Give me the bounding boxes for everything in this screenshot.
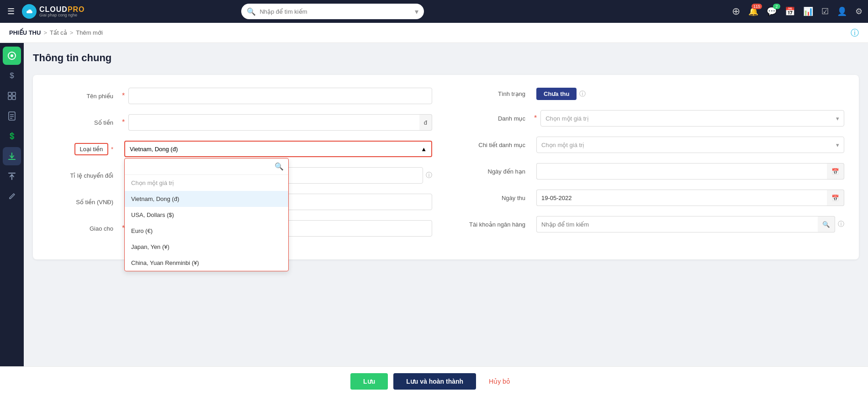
- ngay-den-han-calendar-btn[interactable]: 📅: [827, 163, 844, 180]
- tai-khoan-row: Tài khoản ngân hàng 🔍 ⓘ: [460, 216, 844, 232]
- calendar-icon[interactable]: 📅: [785, 6, 795, 16]
- save-complete-button[interactable]: Lưu và hoàn thành: [393, 373, 476, 390]
- dropdown-arrow-icon: ▾: [415, 7, 418, 16]
- sidebar-item-grid[interactable]: [3, 87, 21, 105]
- help-icon[interactable]: ⓘ: [851, 27, 859, 38]
- sidebar-item-upload[interactable]: [3, 167, 21, 185]
- currency-selected-value: Vietnam, Dong (đ): [130, 146, 178, 153]
- ngay-den-han-input[interactable]: [536, 163, 827, 180]
- sidebar-item-doc[interactable]: [3, 107, 21, 125]
- settings-icon[interactable]: ⚙: [855, 6, 863, 16]
- loai-tien-label-text: Loại tiền *: [48, 146, 121, 153]
- form-left: Tên phiếu * Số tiền * đ: [48, 88, 432, 247]
- so-tien-required: *: [122, 118, 125, 127]
- currency-search-row: 🔍: [125, 158, 288, 175]
- top-navigation: ☰ CLOUDPRO Giai phap cong nghe 🔍 ▾ ⊕ 🔔 1…: [0, 0, 868, 23]
- danh-muc-arrow-icon: ▾: [836, 115, 839, 122]
- save-button[interactable]: Lưu: [350, 373, 388, 390]
- ngay-den-han-label: Ngày đến hạn: [460, 168, 533, 175]
- cancel-button[interactable]: Hủy bỏ: [482, 373, 518, 390]
- tai-khoan-input[interactable]: [536, 216, 818, 232]
- ten-phieu-input[interactable]: [128, 88, 432, 104]
- sub-header: PHIẾU THU > Tất cả > Thêm mới ⓘ: [0, 23, 868, 43]
- ti-le-label: Tỉ lệ chuyển đổi: [48, 172, 121, 179]
- ngay-thu-calendar-btn[interactable]: 📅: [827, 190, 844, 206]
- so-tien-label: Số tiền: [48, 119, 121, 126]
- notification-badge: 115: [752, 4, 762, 9]
- danh-muc-select[interactable]: Chọn một giá trị ▾: [540, 110, 844, 127]
- danh-muc-required: *: [534, 114, 537, 122]
- danh-muc-placeholder: Chọn một giá trị: [545, 115, 588, 122]
- ten-phieu-row: Tên phiếu *: [48, 88, 432, 104]
- tai-khoan-search-btn[interactable]: 🔍: [818, 216, 835, 232]
- tai-khoan-label: Tài khoản ngân hàng: [460, 221, 533, 228]
- breadcrumb: PHIẾU THU > Tất cả > Thêm mới: [9, 29, 103, 36]
- ti-le-info-icon[interactable]: ⓘ: [426, 171, 432, 180]
- sidebar-item-download[interactable]: [3, 147, 21, 165]
- main-content: Thông tin chung Tên phiếu * Số tiền *: [24, 43, 868, 366]
- ngay-thu-label: Ngày thu: [460, 195, 533, 201]
- sidebar: $ 💲: [0, 43, 24, 366]
- currency-trigger[interactable]: Vietnam, Dong (đ) ▲: [124, 141, 432, 157]
- message-icon[interactable]: 💬 2: [767, 6, 777, 16]
- currency-wrapper: Vietnam, Dong (đ) ▲ 🔍 Chọn một giá trị: [124, 141, 432, 157]
- danh-muc-label: Danh mục: [460, 115, 533, 122]
- form-right: Tình trạng Chưa thu ⓘ Danh mục * Chọn mộ…: [460, 88, 844, 247]
- chi-tiet-label: Chi tiết danh mục: [460, 142, 533, 148]
- svg-rect-6: [12, 96, 16, 100]
- breadcrumb-level1[interactable]: Tất cả: [50, 29, 67, 36]
- loai-tien-required: *: [111, 146, 113, 153]
- chi-tiet-row: Chi tiết danh mục Chọn một giá trị ▾: [460, 137, 844, 153]
- logo-text: CLOUDPRO: [39, 5, 85, 13]
- chart-icon[interactable]: 📊: [803, 6, 813, 16]
- search-input[interactable]: [259, 8, 411, 15]
- sidebar-item-dollar[interactable]: 💲: [3, 127, 21, 145]
- currency-option-placeholder[interactable]: Chọn một giá trị: [125, 175, 288, 191]
- breadcrumb-sep2: >: [70, 29, 74, 36]
- logo-icon: [22, 4, 37, 19]
- svg-rect-7: [9, 112, 15, 120]
- ngay-thu-row: Ngày thu 📅: [460, 190, 844, 206]
- breadcrumb-root[interactable]: PHIẾU THU: [9, 29, 41, 36]
- page-title: Thông tin chung: [33, 52, 859, 64]
- so-tien-input[interactable]: [128, 114, 419, 131]
- user-icon[interactable]: 👤: [837, 6, 847, 16]
- loai-tien-label-box: Loại tiền: [74, 143, 109, 155]
- chi-tiet-select[interactable]: Chọn một giá trị ▾: [536, 137, 844, 153]
- so-tien-row: Số tiền * đ: [48, 114, 432, 131]
- sidebar-item-home[interactable]: [3, 47, 21, 65]
- add-icon[interactable]: ⊕: [732, 5, 740, 17]
- currency-option-eur[interactable]: Euro (€): [125, 223, 288, 239]
- breadcrumb-sep1: >: [43, 29, 47, 36]
- form-grid: Tên phiếu * Số tiền * đ: [48, 88, 844, 247]
- currency-search-input[interactable]: [129, 163, 272, 170]
- currency-option-usd[interactable]: USA, Dollars ($): [125, 207, 288, 223]
- search-bar[interactable]: 🔍 ▾: [241, 4, 424, 19]
- tai-khoan-info-icon[interactable]: ⓘ: [838, 220, 844, 228]
- hamburger-menu[interactable]: ☰: [5, 5, 16, 18]
- currency-option-vnd[interactable]: Vietnam, Dong (đ): [125, 191, 288, 207]
- currency-arrow-icon: ▲: [421, 146, 427, 153]
- currency-option-cny[interactable]: China, Yuan Renminbi (¥): [125, 255, 288, 271]
- svg-rect-3: [8, 92, 11, 95]
- ten-phieu-required: *: [122, 92, 125, 100]
- tai-khoan-wrap: 🔍: [536, 216, 835, 232]
- form-card: Tên phiếu * Số tiền * đ: [33, 75, 859, 259]
- sidebar-item-edit[interactable]: [3, 187, 21, 206]
- notification-icon[interactable]: 🔔 115: [748, 6, 758, 16]
- form-footer: Lưu Lưu và hoàn thành Hủy bỏ: [0, 366, 868, 396]
- tinh-trang-info-icon[interactable]: ⓘ: [579, 90, 586, 98]
- currency-option-jpy[interactable]: Japan, Yen (¥): [125, 239, 288, 255]
- ten-phieu-label: Tên phiếu: [48, 93, 121, 100]
- logo: CLOUDPRO Giai phap cong nghe: [22, 4, 85, 19]
- sidebar-item-money[interactable]: $: [3, 67, 21, 85]
- giao-cho-label: Giao cho: [48, 225, 121, 232]
- svg-rect-5: [8, 96, 11, 100]
- currency-search-icon: 🔍: [275, 162, 284, 171]
- svg-rect-4: [12, 92, 16, 95]
- checkbox-icon[interactable]: ☑: [821, 6, 829, 16]
- breadcrumb-level2: Thêm mới: [76, 29, 103, 36]
- tinh-trang-badge: Chưa thu: [536, 88, 577, 100]
- ngay-thu-input[interactable]: [536, 190, 827, 206]
- nav-icons: ⊕ 🔔 115 💬 2 📅 📊 ☑ 👤 ⚙: [732, 5, 863, 17]
